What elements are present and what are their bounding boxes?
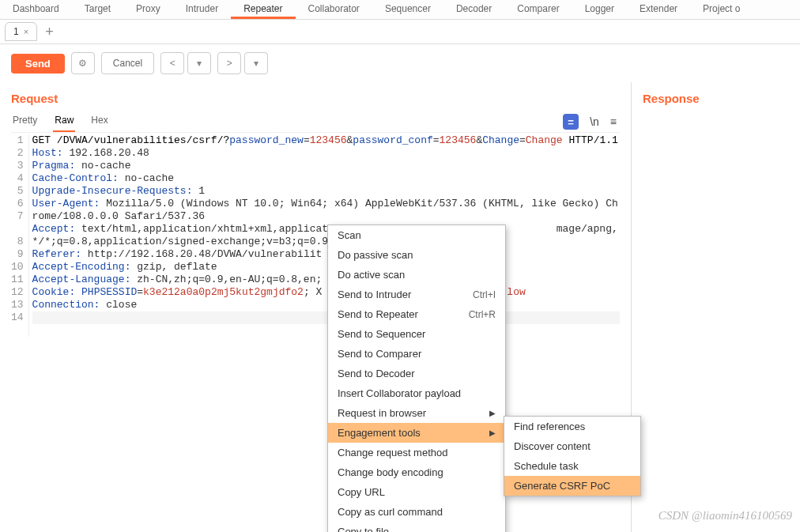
sub-generate-csrf-poc[interactable]: Generate CSRF PoC [504, 476, 640, 496]
ctx-send-intruder[interactable]: Send to IntruderCtrl+I [328, 285, 505, 304]
ctx-insert-collaborator[interactable]: Insert Collaborator payload [328, 383, 505, 403]
ctx-copy-to-file[interactable]: Copy to file [328, 522, 505, 532]
request-body[interactable]: GET /DVWA/vulnerabilities/csrf/?password… [29, 134, 620, 337]
sub-discover-content[interactable]: Discover content [504, 436, 640, 456]
ctx-copy-curl[interactable]: Copy as curl command [328, 502, 505, 522]
ctx-active-scan[interactable]: Do active scan [328, 265, 505, 285]
shortcut-label: Ctrl+R [469, 309, 496, 320]
history-next-button[interactable]: > [217, 52, 241, 74]
chevron-down-icon: ▾ [254, 58, 258, 69]
ctx-scan[interactable]: Scan [328, 225, 505, 245]
ctx-change-body-encoding[interactable]: Change body encoding [328, 462, 505, 482]
newline-icon[interactable]: \n [590, 115, 599, 128]
request-editor[interactable]: 123 456 789 101112 1314 GET /DVWA/vulner… [11, 134, 620, 337]
hamburger-icon[interactable]: ≡ [610, 115, 617, 128]
tab-extender[interactable]: Extender [627, 0, 690, 19]
tab-project-options[interactable]: Project o [690, 0, 753, 19]
ctx-send-sequencer[interactable]: Send to Sequencer [328, 324, 505, 344]
request-title: Request [11, 92, 620, 105]
tab-decoder[interactable]: Decoder [443, 0, 504, 19]
close-icon[interactable]: × [24, 27, 28, 36]
view-tab-hex[interactable]: Hex [89, 111, 109, 132]
gear-icon: ⚙ [78, 58, 87, 69]
ctx-copy-url[interactable]: Copy URL [328, 482, 505, 502]
ctx-change-method[interactable]: Change request method [328, 443, 505, 462]
tab-repeater[interactable]: Repeater [231, 0, 295, 19]
chevron-left-icon: < [170, 58, 175, 69]
repeater-subtabs: 1 × + [0, 20, 800, 44]
repeater-tab-label: 1 [13, 26, 19, 37]
view-tab-raw[interactable]: Raw [53, 111, 75, 132]
ctx-send-repeater[interactable]: Send to RepeaterCtrl+R [328, 304, 505, 324]
send-button[interactable]: Send [11, 54, 65, 74]
response-title: Response [643, 92, 789, 105]
response-panel: Response [632, 82, 800, 532]
sub-find-references[interactable]: Find references [504, 417, 640, 436]
tab-logger[interactable]: Logger [572, 0, 627, 19]
ctx-request-in-browser[interactable]: Request in browser▶ [328, 403, 505, 423]
history-prev-button[interactable]: < [160, 52, 184, 74]
inspector-icon[interactable]: = [563, 114, 579, 130]
chevron-right-icon: > [227, 58, 232, 69]
view-tab-pretty[interactable]: Pretty [11, 111, 39, 132]
tab-collaborator[interactable]: Collaborator [296, 0, 372, 19]
submenu-arrow-icon: ▶ [489, 428, 496, 437]
chevron-down-icon: ▾ [197, 58, 202, 69]
top-nav-tabs: Dashboard Target Proxy Intruder Repeater… [0, 0, 800, 20]
sub-schedule-task[interactable]: Schedule task [504, 456, 640, 476]
action-bar: Send ⚙ Cancel < ▾ > ▾ [0, 44, 800, 82]
context-menu: Scan Do passive scan Do active scan Send… [327, 224, 506, 532]
ctx-send-comparer[interactable]: Send to Comparer [328, 344, 505, 364]
tab-sequencer[interactable]: Sequencer [372, 0, 443, 19]
engagement-submenu: Find references Discover content Schedul… [504, 416, 641, 496]
tab-target[interactable]: Target [72, 0, 123, 19]
tab-dashboard[interactable]: Dashboard [0, 0, 72, 19]
ctx-passive-scan[interactable]: Do passive scan [328, 245, 505, 265]
tab-intruder[interactable]: Intruder [173, 0, 231, 19]
submenu-arrow-icon: ▶ [489, 409, 496, 417]
tab-proxy[interactable]: Proxy [123, 0, 173, 19]
cancel-button[interactable]: Cancel [101, 52, 154, 74]
history-menu-button[interactable]: ▾ [187, 52, 211, 74]
settings-button[interactable]: ⚙ [71, 52, 95, 74]
add-tab-button[interactable]: + [45, 26, 54, 37]
repeater-tab-1[interactable]: 1 × [5, 22, 37, 41]
ctx-send-decoder[interactable]: Send to Decoder [328, 364, 505, 383]
history-next-menu-button[interactable]: ▾ [244, 52, 268, 74]
tab-comparer[interactable]: Comparer [504, 0, 572, 19]
line-gutter: 123 456 789 101112 1314 [11, 134, 29, 337]
ctx-engagement-tools[interactable]: Engagement tools▶ [328, 423, 505, 443]
shortcut-label: Ctrl+I [473, 289, 496, 300]
